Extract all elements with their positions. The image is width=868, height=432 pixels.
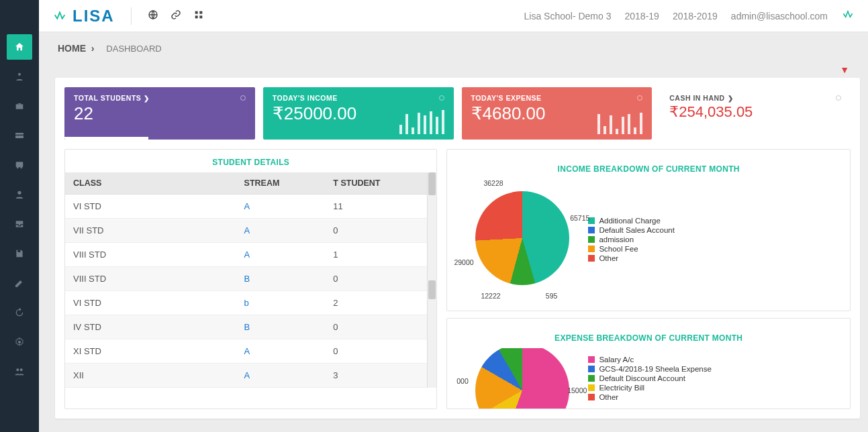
- card-menu-icon[interactable]: [439, 95, 444, 101]
- panel-title: INCOME BREAKDOWN OF CURRENT MONTH: [456, 156, 840, 179]
- table-row[interactable]: VIII STDB0: [65, 267, 436, 291]
- legend-swatch: [588, 227, 595, 233]
- chevron-right-icon: ❯: [728, 95, 734, 102]
- card-label: TOTAL STUDENTS: [74, 94, 141, 102]
- sidebar-item-user[interactable]: [7, 182, 32, 207]
- card-todays-expense[interactable]: TODAY'S EXPENSE ₹4680.00: [462, 87, 653, 140]
- grid-icon[interactable]: [193, 9, 204, 22]
- svg-point-0: [18, 73, 21, 76]
- collapse-toggle[interactable]: ▼: [39, 64, 868, 78]
- cell-count: 3: [325, 364, 436, 388]
- table-row[interactable]: VI STDA11: [65, 195, 436, 219]
- cell-stream: B: [236, 315, 326, 339]
- legend-item[interactable]: Salary A/c: [588, 356, 712, 364]
- brand-mini-icon[interactable]: [841, 8, 855, 23]
- scrollbar-thumb[interactable]: [428, 172, 436, 195]
- table-row[interactable]: VI STDb2: [65, 291, 436, 315]
- svg-point-8: [18, 341, 21, 343]
- panel-expense-breakdown: EXPENSE BREAKDOWN OF CURRENT MONTH 3000 …: [446, 318, 851, 409]
- sidebar-item-history[interactable]: [7, 300, 32, 325]
- table-scrollbar[interactable]: [427, 172, 436, 388]
- divider: [131, 7, 132, 25]
- sidebar-item-save[interactable]: [7, 241, 32, 266]
- topbar: LISA Lisa School- Demo 3 2018-19 2018-20…: [39, 0, 868, 32]
- table-row[interactable]: VIII STDA1: [65, 243, 436, 267]
- cell-class: VII STD: [65, 219, 236, 243]
- breadcrumb: HOME › DASHBOARD: [39, 32, 868, 64]
- sidebar-item-edit[interactable]: [7, 270, 32, 296]
- table-row[interactable]: VII STDA0: [65, 219, 436, 243]
- legend-item[interactable]: Default Discount Account: [588, 374, 712, 382]
- sidebar-item-home[interactable]: [7, 34, 32, 60]
- sidebar-item-students[interactable]: [7, 64, 32, 89]
- cell-count: 0: [325, 315, 436, 339]
- sparkline-icon: [399, 110, 444, 134]
- table-row[interactable]: XIIA3: [65, 364, 436, 388]
- sidebar-item-transport[interactable]: [7, 152, 32, 178]
- sidebar-item-groups[interactable]: [7, 359, 32, 384]
- svg-rect-12: [195, 11, 197, 14]
- legend-item[interactable]: Electricity Bill: [588, 384, 712, 392]
- table-row[interactable]: XI STDA0: [65, 339, 436, 364]
- card-menu-icon[interactable]: [240, 95, 246, 101]
- cell-stream: A: [236, 364, 326, 388]
- legend-swatch: [588, 236, 595, 243]
- legend-label: Default Sales Account: [599, 226, 675, 234]
- legend-item[interactable]: Other: [588, 254, 675, 262]
- scrollbar-thumb[interactable]: [428, 280, 436, 299]
- cell-count: 2: [325, 291, 436, 315]
- svg-rect-3: [16, 162, 23, 167]
- sidebar-item-settings[interactable]: [7, 329, 32, 355]
- brand-logo[interactable]: LISA: [52, 7, 115, 25]
- legend-item[interactable]: admission: [588, 235, 675, 244]
- legend-item[interactable]: Other: [588, 393, 712, 401]
- svg-rect-15: [199, 15, 202, 18]
- card-cash-in-hand[interactable]: CASH IN HAND❯ ₹254,035.05: [660, 87, 851, 140]
- col-stream[interactable]: STREAM: [236, 172, 326, 195]
- cell-count: 0: [325, 339, 436, 364]
- panel-student-details: STUDENT DETAILS CLASS STREAM T STUDENT V…: [64, 149, 437, 409]
- cell-stream: A: [236, 219, 326, 243]
- brand-text: LISA: [73, 7, 115, 25]
- cell-stream: A: [236, 195, 326, 219]
- table-row[interactable]: IV STDB0: [65, 315, 436, 339]
- legend-swatch: [588, 394, 595, 400]
- col-class[interactable]: CLASS: [65, 172, 236, 195]
- card-menu-icon[interactable]: [836, 95, 841, 101]
- school-name[interactable]: Lisa School- Demo 3: [524, 11, 612, 21]
- pie-label: 29000: [454, 258, 473, 266]
- legend-label: admission: [599, 235, 634, 244]
- legend-item[interactable]: GCS-4/2018-19 Sheela Expense: [588, 365, 712, 373]
- cell-stream: b: [236, 291, 326, 315]
- legend-label: GCS-4/2018-19 Sheela Expense: [599, 365, 712, 373]
- cell-count: 0: [325, 219, 436, 243]
- kpi-cards: TOTAL STUDENTS❯ 22 TODAY'S INCOME ₹25000…: [64, 87, 851, 140]
- admin-email[interactable]: admin@lisaschool.com: [731, 11, 828, 21]
- svg-rect-13: [199, 11, 202, 14]
- panel-income-breakdown: INCOME BREAKDOWN OF CURRENT MONTH 36228 …: [446, 149, 851, 311]
- sidebar-item-card[interactable]: [7, 123, 32, 148]
- globe-icon[interactable]: [148, 9, 158, 22]
- pie-label: 65715: [570, 214, 589, 222]
- sidebar-item-briefcase[interactable]: [7, 93, 32, 119]
- sidebar-item-inbox[interactable]: [7, 211, 32, 237]
- year-long[interactable]: 2018-2019: [673, 11, 718, 21]
- card-todays-income[interactable]: TODAY'S INCOME ₹25000.00: [263, 87, 454, 140]
- main: LISA Lisa School- Demo 3 2018-19 2018-20…: [39, 0, 868, 432]
- col-tstudent[interactable]: T STUDENT: [325, 172, 436, 195]
- link-icon[interactable]: [171, 9, 181, 22]
- legend-item[interactable]: School Fee: [588, 245, 675, 253]
- card-total-students[interactable]: TOTAL STUDENTS❯ 22: [64, 87, 255, 140]
- year-short[interactable]: 2018-19: [625, 11, 659, 21]
- legend-item[interactable]: Default Sales Account: [588, 226, 675, 234]
- cell-count: 11: [325, 195, 436, 219]
- cell-class: VIII STD: [65, 243, 236, 267]
- breadcrumb-current: DASHBOARD: [106, 44, 161, 54]
- breadcrumb-root[interactable]: HOME: [58, 43, 86, 54]
- expense-legend: Salary A/cGCS-4/2018-19 Sheela ExpenseDe…: [588, 354, 712, 402]
- sparkline-icon: [597, 113, 642, 134]
- income-legend: Additional ChargeDefault Sales Accountad…: [588, 215, 675, 264]
- legend-item[interactable]: Additional Charge: [588, 217, 675, 225]
- svg-rect-7: [17, 250, 20, 252]
- expense-pie-chart: 3000 5000 15000: [456, 348, 577, 409]
